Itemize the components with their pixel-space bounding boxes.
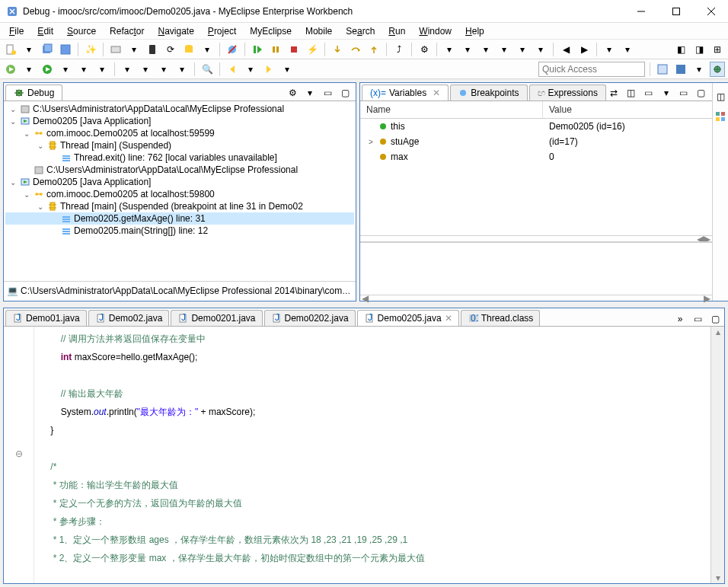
resume-button[interactable] <box>250 42 265 57</box>
skip-bp-button[interactable] <box>225 42 240 57</box>
tree-row[interactable]: Thread.exit() line: 762 [local variables… <box>5 152 354 164</box>
chevron-down-icon[interactable]: ▾ <box>302 85 318 100</box>
save-button[interactable] <box>58 42 73 57</box>
scrollbar-v[interactable]: ▴ ▾ <box>710 327 724 583</box>
maximize-icon[interactable]: ▢ <box>694 85 709 100</box>
tab-expressions[interactable]: ඟ Expressions <box>529 85 606 100</box>
misc-button[interactable]: ▾ <box>478 42 493 57</box>
chevron-down-icon[interactable]: ▾ <box>279 62 295 77</box>
col-value[interactable]: Value <box>543 101 578 118</box>
search-button[interactable]: 🔍 <box>200 62 215 77</box>
type-button[interactable]: ▾ <box>515 42 530 57</box>
quick-access-input[interactable] <box>538 62 645 77</box>
menu-myeclipse[interactable]: MyEclipse <box>244 24 298 38</box>
tree-row[interactable]: ⌄Demo0205 [Java Application] <box>5 115 354 127</box>
menu-mobile[interactable]: Mobile <box>299 24 338 38</box>
suspend-button[interactable] <box>268 42 283 57</box>
outline-icon[interactable] <box>713 109 728 124</box>
variables-table[interactable]: Name Value thisDemo0205 (id=16)>stuAge(i… <box>360 101 712 235</box>
coverage-button[interactable]: ▾ <box>76 62 91 77</box>
nav-back-button[interactable]: ◀ <box>558 42 573 57</box>
vars-tool-1[interactable]: ⇄ <box>606 85 621 100</box>
menu-source[interactable]: Source <box>61 24 102 38</box>
menu-refactor[interactable]: Refactor <box>104 24 150 38</box>
toggle-icon[interactable]: > <box>366 138 375 146</box>
tree-row[interactable]: C:\Users\Administrator\AppData\Local\MyE… <box>5 164 354 176</box>
tab-variables[interactable]: (x)= Variables ✕ <box>362 85 449 100</box>
tree-row[interactable]: ⌄com.imooc.Demo0205 at localhost:59599 <box>5 127 354 139</box>
minimize-icon[interactable]: ▭ <box>320 85 335 100</box>
editor-tab[interactable]: JDemo0205.java✕ <box>357 310 459 326</box>
close-icon[interactable]: ✕ <box>433 88 440 98</box>
vars-view-menu[interactable]: ▾ <box>659 85 674 100</box>
tool-db-button[interactable] <box>181 42 196 57</box>
tree-row[interactable]: ⌄Demo0205 [Java Application] <box>5 176 354 188</box>
chevron-down-icon[interactable]: ▾ <box>21 62 37 77</box>
editor-tab[interactable]: 010Thread.class <box>461 310 541 326</box>
tool-a-button[interactable]: ▾ <box>94 62 110 77</box>
maximize-button[interactable] <box>666 4 687 19</box>
save-all-button[interactable] <box>40 42 55 57</box>
terminate-button[interactable] <box>286 42 302 57</box>
minimize-icon[interactable]: ▭ <box>690 311 705 327</box>
tree-row[interactable]: Demo0205.main(String[]) line: 12 <box>5 225 354 237</box>
debug-tree[interactable]: ⌄C:\Users\Administrator\AppData\Local\My… <box>4 101 356 281</box>
hist-back-button[interactable] <box>225 62 240 77</box>
chevron-down-icon[interactable]: ▾ <box>200 42 215 57</box>
tool-c-button[interactable]: ▾ <box>138 62 153 77</box>
step-return-button[interactable] <box>366 42 382 57</box>
maximize-icon[interactable]: ▢ <box>337 85 353 100</box>
menu-window[interactable]: Window <box>413 24 458 38</box>
trim-icon-1[interactable]: ◫ <box>713 89 728 104</box>
gutter[interactable]: ⊖ <box>4 327 34 583</box>
code-area[interactable]: // 调用方法并将返回值保存在变量中 int maxScore=hello.ge… <box>34 327 710 583</box>
editor-tab[interactable]: JDemo02.java <box>88 310 170 326</box>
misc2-button[interactable]: ▾ <box>602 42 617 57</box>
menu-help[interactable]: Help <box>459 24 490 38</box>
menu-run[interactable]: Run <box>382 24 411 38</box>
tab-breakpoints[interactable]: Breakpoints <box>450 85 527 100</box>
editor-tab[interactable]: JDemo0202.java <box>264 310 356 326</box>
minimize-button[interactable] <box>631 4 652 19</box>
close-button[interactable] <box>701 4 722 19</box>
menu-navigate[interactable]: Navigate <box>152 24 200 38</box>
misc3-button[interactable]: ▾ <box>620 42 635 57</box>
editor-tool-1[interactable]: » <box>672 311 688 327</box>
nav-fwd-button[interactable]: ▶ <box>576 42 592 57</box>
vars-tool-3[interactable]: ▭ <box>641 85 656 100</box>
disconnect-button[interactable]: ⚡ <box>305 42 320 57</box>
variable-row[interactable]: >stuAge(id=17) <box>360 134 712 149</box>
new-button[interactable] <box>3 42 18 57</box>
chevron-down-icon[interactable]: ▾ <box>58 62 73 77</box>
drop-frame-button[interactable]: ⤴ <box>391 42 407 57</box>
servers-button[interactable]: ▾ <box>460 42 475 57</box>
tree-row[interactable]: Demo0205.getMaxAge() line: 31 <box>5 212 354 225</box>
tool-1-button[interactable] <box>108 42 123 57</box>
menu-search[interactable]: Search <box>340 24 381 38</box>
cloud-button[interactable]: ▾ <box>497 42 512 57</box>
tree-row[interactable]: ⌄Thread [main] (Suspended (breakpoint at… <box>5 200 354 212</box>
tree-row[interactable]: ⌄com.imooc.Demo0205 at localhost:59800 <box>5 188 354 200</box>
col-name[interactable]: Name <box>360 101 543 118</box>
tab-debug[interactable]: Debug <box>5 85 62 100</box>
toggle-icon[interactable]: ⌄ <box>22 190 31 199</box>
chevron-down-icon[interactable]: ▾ <box>243 62 258 77</box>
wand-button[interactable]: ✨ <box>83 42 98 57</box>
extra-1-button[interactable]: ◧ <box>673 42 688 57</box>
tool-refresh-button[interactable]: ⟳ <box>163 42 178 57</box>
run-green-button[interactable] <box>40 62 55 77</box>
perspective-ee-button[interactable] <box>655 62 670 77</box>
tool-e-button[interactable]: ▾ <box>174 62 190 77</box>
toggle-icon[interactable]: ⌄ <box>36 203 45 211</box>
step-into-button[interactable] <box>330 42 345 57</box>
hist-fwd-button[interactable] <box>261 62 276 77</box>
perspective-debug-button[interactable] <box>710 62 725 77</box>
debug-run-button[interactable] <box>3 62 18 77</box>
step-over-button[interactable] <box>348 42 363 57</box>
maximize-icon[interactable]: ▢ <box>707 311 723 327</box>
close-icon[interactable]: ✕ <box>445 313 452 324</box>
perspective-java-button[interactable] <box>673 62 688 77</box>
chevron-down-icon[interactable]: ▾ <box>21 42 37 57</box>
menu-file[interactable]: File <box>3 24 30 38</box>
minimize-icon[interactable]: ▭ <box>676 85 691 100</box>
